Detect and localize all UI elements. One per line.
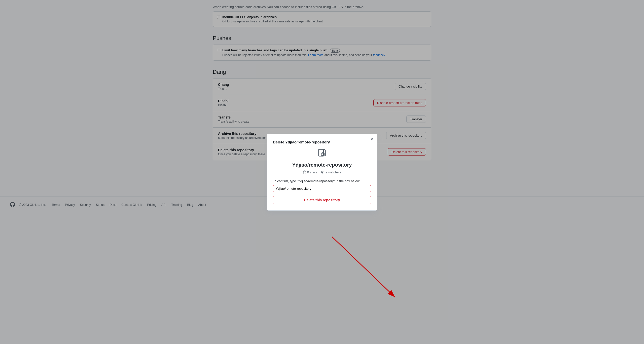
modal-overlay[interactable]: × Delete Ydjiao/remote-repository Ydjiao… [0, 0, 644, 344]
confirm-input[interactable] [273, 185, 371, 192]
modal-close-button[interactable]: × [370, 137, 373, 141]
modal-title: Delete Ydjiao/remote-repository [273, 140, 371, 144]
eye-icon [321, 170, 325, 174]
modal-delete-button[interactable]: Delete this repository [273, 196, 371, 204]
repo-lock-icon [317, 148, 327, 157]
red-arrow-svg [317, 234, 403, 305]
arrow-annotation [317, 234, 403, 305]
modal-confirm-label: To confirm, type "Ydjiao/remote-reposito… [273, 179, 371, 183]
svg-line-4 [332, 237, 395, 297]
stars-stat: 0 stars [303, 170, 317, 174]
star-icon [303, 170, 306, 174]
svg-rect-1 [321, 153, 324, 155]
modal-repo-stats: 0 stars 2 watchers [273, 170, 371, 174]
svg-point-2 [322, 172, 323, 173]
modal-container: × Delete Ydjiao/remote-repository Ydjiao… [267, 134, 377, 211]
modal-repo-icon [273, 148, 371, 159]
watchers-stat: 2 watchers [321, 170, 341, 174]
delete-modal: × Delete Ydjiao/remote-repository Ydjiao… [267, 134, 377, 211]
modal-repo-name: Ydjiao/remote-repository [273, 162, 371, 168]
